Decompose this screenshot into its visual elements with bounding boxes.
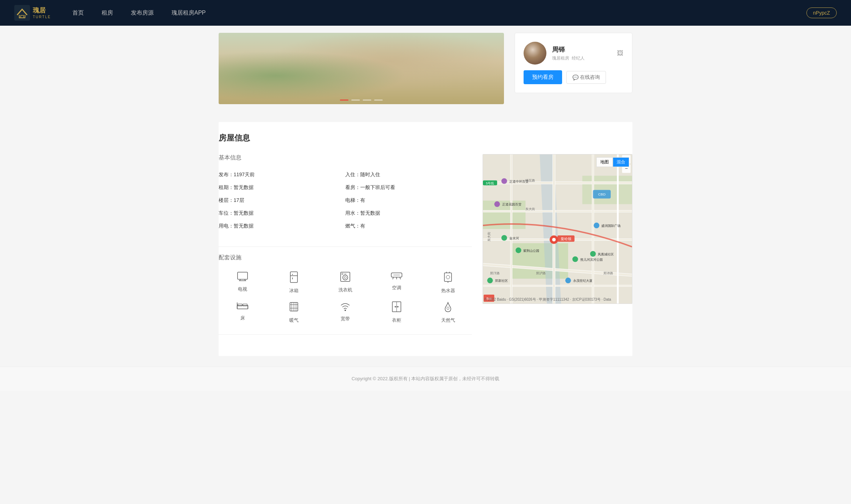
agent-edit-icon: 🖼 [617, 50, 623, 57]
logo[interactable]: 瑰居 TURTLE [14, 5, 51, 21]
facility-tv-label: 电视 [238, 286, 247, 292]
facility-bed-label: 床 [240, 315, 245, 321]
dot-4[interactable] [374, 100, 383, 101]
main-content: 周铎 瑰居租房 经纪人 🖼 预约看房 💬 在线咨询 房屋信息 [212, 26, 639, 356]
info-water: 用水：暂无数据 [345, 210, 472, 217]
svg-point-78 [572, 256, 578, 262]
svg-text:紫荆山公园: 紫荆山公园 [523, 249, 539, 253]
map-mixed-btn[interactable]: 混合 [613, 157, 629, 167]
wardrobe-icon [392, 301, 402, 314]
svg-point-67 [552, 238, 556, 241]
map-svg: CBD 曼哈顿 正道中环百货 正道花园百货 金水河 [483, 154, 632, 304]
appointment-button[interactable]: 预约看房 [524, 70, 562, 84]
dot-2[interactable] [351, 100, 360, 101]
svg-text:郑沛路: 郑沛路 [603, 271, 613, 275]
facility-ac: 空调 [373, 271, 421, 294]
svg-point-80 [594, 223, 600, 228]
facility-tv: 电视 [219, 271, 266, 294]
svg-text:凤凰城社区: 凤凰城社区 [598, 253, 614, 256]
facility-waterheater-label: 热水器 [441, 287, 455, 294]
hero-image-container [219, 33, 504, 104]
hero-section: 周铎 瑰居租房 经纪人 🖼 预约看房 💬 在线咨询 [219, 26, 632, 115]
logo-icon [14, 5, 30, 21]
svg-text:CBD: CBD [598, 192, 606, 196]
svg-point-36 [345, 310, 346, 311]
info-electricity: 用电：暂无数据 [219, 223, 345, 229]
svg-point-82 [590, 251, 596, 257]
svg-text:纬五路: 纬五路 [525, 179, 535, 182]
info-publish: 发布：1197天前 [219, 172, 345, 178]
agent-avatar-img [524, 42, 546, 65]
facilities-title: 配套设施 [219, 254, 472, 264]
facility-wifi-label: 宽带 [341, 316, 350, 322]
heating-icon [289, 301, 299, 314]
info-elevator-value: 电梯：有 [345, 197, 365, 204]
info-water-value: 用水：暂无数据 [345, 210, 380, 217]
svg-text:郑沪路: 郑沪路 [536, 271, 546, 275]
agent-card: 周铎 瑰居租房 经纪人 🖼 预约看房 💬 在线咨询 [515, 33, 632, 93]
consult-button[interactable]: 💬 在线咨询 [566, 71, 606, 84]
washer-icon [340, 271, 351, 284]
svg-text:东大街: 东大街 [525, 207, 535, 211]
svg-point-12 [342, 273, 343, 275]
logo-text: 瑰居 TURTLE [33, 6, 51, 19]
info-gas: 燃气：有 [345, 223, 472, 229]
svg-text:盛润国际广场: 盛润国际广场 [601, 224, 621, 228]
svg-point-70 [501, 178, 507, 184]
info-publish-value: 发布：1197天前 [219, 172, 255, 178]
info-layout: 基本信息 发布：1197天前 租期：暂无数据 楼层：17层 [219, 154, 632, 342]
map-toolbar: 地图 混合 [596, 157, 629, 167]
footer-text: Copyright © 2022.版权所有 | 本站内容版权属于原创，未经许可不… [352, 376, 500, 381]
svg-text:郑汴路: 郑汴路 [490, 271, 500, 275]
svg-point-86 [487, 278, 493, 283]
basic-info-col-right: 入住：随时入住 看房：一般下班后可看 电梯：有 用水：暂无数据 [345, 172, 472, 236]
nav-app[interactable]: 瑰居租房APP [172, 10, 206, 16]
info-period-value: 租期：暂无数据 [219, 184, 254, 191]
ac-icon [391, 271, 403, 282]
facility-fridge: 冰箱 [270, 271, 318, 294]
facility-gas-label: 天然气 [441, 317, 455, 324]
svg-line-15 [393, 277, 393, 279]
gas-icon [443, 301, 453, 314]
svg-text:郑新社区: 郑新社区 [495, 279, 508, 282]
svg-point-84 [565, 278, 571, 283]
facility-gas: 天然气 [424, 301, 472, 324]
facility-washer: 洗衣机 [321, 271, 369, 294]
image-dots [340, 100, 383, 101]
facility-wifi: 宽带 [321, 301, 369, 324]
svg-text:5号线: 5号线 [486, 182, 494, 185]
consult-label: 在线咨询 [580, 74, 600, 81]
user-badge[interactable]: nPypcZ [806, 7, 837, 18]
nav-rent[interactable]: 租房 [102, 10, 113, 16]
divider-2 [219, 334, 472, 335]
info-electricity-value: 用电：暂无数据 [219, 223, 254, 229]
map-container: CBD 曼哈顿 正道中环百货 正道花园百货 金水河 [483, 154, 632, 304]
agent-name: 周铎 [552, 45, 611, 54]
nav-publish[interactable]: 发布房源 [131, 10, 154, 16]
navbar-right: nPypcZ [806, 7, 837, 18]
svg-point-22 [446, 275, 450, 279]
svg-rect-46 [582, 176, 632, 204]
chat-icon: 💬 [572, 75, 579, 80]
svg-rect-25 [238, 304, 242, 306]
svg-rect-1 [238, 272, 248, 279]
property-section: 房屋信息 基本信息 发布：1197天前 租期：暂无数据 [219, 122, 632, 356]
facility-fridge-label: 冰箱 [289, 287, 299, 294]
map-view-btn[interactable]: 地图 [596, 157, 613, 167]
map-credit: © 2022 Baidu · GS(2021)6026号 · 甲测资字11111… [484, 297, 611, 302]
svg-text:曼哈顿: 曼哈顿 [561, 237, 571, 241]
basic-info-col-left: 发布：1197天前 租期：暂无数据 楼层：17层 车位：暂无数据 [219, 172, 345, 236]
info-checkin-value: 入住：随时入住 [345, 172, 380, 178]
agent-details: 周铎 瑰居租房 经纪人 [552, 45, 611, 61]
svg-point-11 [344, 276, 346, 279]
divider-1 [219, 246, 472, 247]
svg-text:熊儿河滨河公园: 熊儿河滨河公园 [580, 258, 603, 261]
agent-actions: 预约看房 💬 在线咨询 [524, 70, 623, 84]
dot-1[interactable] [340, 100, 348, 101]
basic-info-title: 基本信息 [219, 154, 472, 164]
dot-3[interactable] [363, 100, 371, 101]
svg-rect-5 [290, 272, 297, 282]
facility-wardrobe-label: 衣柜 [392, 317, 401, 324]
svg-text:东大街: 东大街 [487, 232, 491, 241]
nav-home[interactable]: 首页 [72, 10, 84, 16]
